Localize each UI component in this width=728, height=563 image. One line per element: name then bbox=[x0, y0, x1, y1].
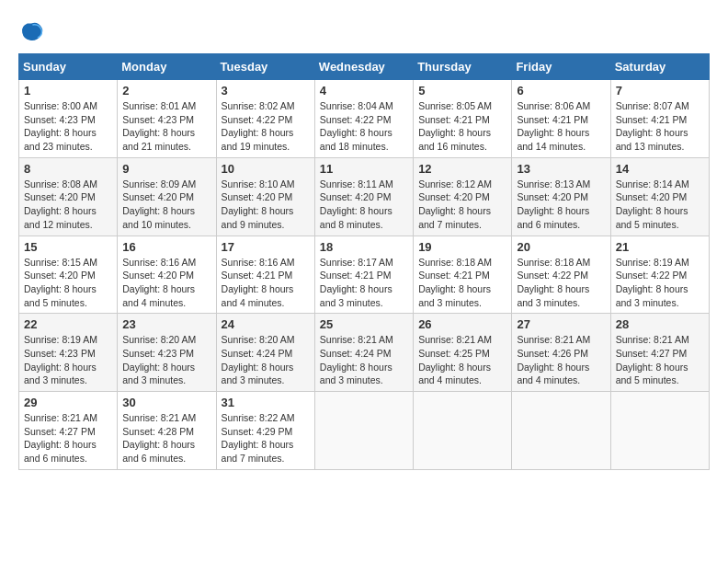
day-info: Sunrise: 8:21 AM Sunset: 4:25 PM Dayligh… bbox=[418, 333, 506, 387]
calendar-cell: 5 Sunrise: 8:05 AM Sunset: 4:21 PM Dayli… bbox=[414, 80, 512, 158]
calendar-cell: 2 Sunrise: 8:01 AM Sunset: 4:23 PM Dayli… bbox=[118, 80, 216, 158]
day-info: Sunrise: 8:18 AM Sunset: 4:22 PM Dayligh… bbox=[517, 256, 605, 310]
calendar-week-row: 15 Sunrise: 8:15 AM Sunset: 4:20 PM Dayl… bbox=[19, 236, 710, 314]
calendar-cell: 18 Sunrise: 8:17 AM Sunset: 4:21 PM Dayl… bbox=[314, 236, 413, 314]
day-number: 11 bbox=[320, 162, 408, 176]
day-info: Sunrise: 8:13 AM Sunset: 4:20 PM Dayligh… bbox=[517, 178, 605, 232]
day-info: Sunrise: 8:21 AM Sunset: 4:27 PM Dayligh… bbox=[24, 411, 112, 465]
logo-icon bbox=[18, 18, 44, 44]
calendar-cell: 27 Sunrise: 8:21 AM Sunset: 4:26 PM Dayl… bbox=[512, 314, 610, 392]
day-info: Sunrise: 8:18 AM Sunset: 4:21 PM Dayligh… bbox=[418, 256, 506, 310]
day-info: Sunrise: 8:05 AM Sunset: 4:21 PM Dayligh… bbox=[418, 99, 506, 154]
calendar-cell: 3 Sunrise: 8:02 AM Sunset: 4:22 PM Dayli… bbox=[216, 80, 314, 158]
header-monday: Monday bbox=[118, 54, 216, 80]
header-thursday: Thursday bbox=[414, 54, 512, 80]
calendar-cell bbox=[414, 392, 512, 470]
header-saturday: Saturday bbox=[610, 54, 709, 80]
calendar-week-row: 29 Sunrise: 8:21 AM Sunset: 4:27 PM Dayl… bbox=[19, 392, 710, 470]
day-number: 12 bbox=[418, 162, 506, 176]
day-number: 27 bbox=[517, 317, 605, 331]
day-number: 22 bbox=[24, 317, 112, 331]
day-number: 13 bbox=[517, 162, 605, 176]
day-number: 29 bbox=[24, 396, 112, 409]
day-info: Sunrise: 8:10 AM Sunset: 4:20 PM Dayligh… bbox=[222, 178, 310, 232]
day-info: Sunrise: 8:06 AM Sunset: 4:21 PM Dayligh… bbox=[517, 99, 605, 154]
calendar-cell: 4 Sunrise: 8:04 AM Sunset: 4:22 PM Dayli… bbox=[314, 80, 413, 158]
calendar-cell bbox=[512, 392, 610, 470]
day-info: Sunrise: 8:22 AM Sunset: 4:29 PM Dayligh… bbox=[222, 411, 310, 465]
calendar-cell: 16 Sunrise: 8:16 AM Sunset: 4:20 PM Dayl… bbox=[118, 236, 216, 314]
calendar-cell: 21 Sunrise: 8:19 AM Sunset: 4:22 PM Dayl… bbox=[610, 236, 709, 314]
calendar-cell: 1 Sunrise: 8:00 AM Sunset: 4:23 PM Dayli… bbox=[19, 80, 118, 158]
day-info: Sunrise: 8:02 AM Sunset: 4:22 PM Dayligh… bbox=[222, 99, 310, 154]
calendar-cell: 17 Sunrise: 8:16 AM Sunset: 4:21 PM Dayl… bbox=[216, 236, 314, 314]
calendar-cell: 20 Sunrise: 8:18 AM Sunset: 4:22 PM Dayl… bbox=[512, 236, 610, 314]
calendar-cell: 11 Sunrise: 8:11 AM Sunset: 4:20 PM Dayl… bbox=[314, 157, 413, 236]
day-number: 17 bbox=[222, 240, 310, 254]
header-friday: Friday bbox=[512, 54, 610, 80]
page-header bbox=[18, 18, 710, 44]
calendar-cell: 15 Sunrise: 8:15 AM Sunset: 4:20 PM Dayl… bbox=[19, 236, 118, 314]
calendar-cell: 19 Sunrise: 8:18 AM Sunset: 4:21 PM Dayl… bbox=[414, 236, 512, 314]
calendar-cell: 30 Sunrise: 8:21 AM Sunset: 4:28 PM Dayl… bbox=[118, 392, 216, 470]
calendar-week-row: 1 Sunrise: 8:00 AM Sunset: 4:23 PM Dayli… bbox=[19, 80, 710, 158]
day-info: Sunrise: 8:21 AM Sunset: 4:26 PM Dayligh… bbox=[517, 333, 605, 387]
calendar-cell: 6 Sunrise: 8:06 AM Sunset: 4:21 PM Dayli… bbox=[512, 80, 610, 158]
day-info: Sunrise: 8:00 AM Sunset: 4:23 PM Dayligh… bbox=[24, 99, 112, 154]
day-info: Sunrise: 8:09 AM Sunset: 4:20 PM Dayligh… bbox=[122, 178, 210, 232]
header-tuesday: Tuesday bbox=[216, 54, 314, 80]
calendar-week-row: 22 Sunrise: 8:19 AM Sunset: 4:23 PM Dayl… bbox=[19, 314, 710, 392]
day-info: Sunrise: 8:16 AM Sunset: 4:21 PM Dayligh… bbox=[222, 256, 310, 310]
calendar-cell: 23 Sunrise: 8:20 AM Sunset: 4:23 PM Dayl… bbox=[118, 314, 216, 392]
calendar-cell: 13 Sunrise: 8:13 AM Sunset: 4:20 PM Dayl… bbox=[512, 157, 610, 236]
day-info: Sunrise: 8:11 AM Sunset: 4:20 PM Dayligh… bbox=[320, 178, 408, 232]
calendar-cell: 10 Sunrise: 8:10 AM Sunset: 4:20 PM Dayl… bbox=[216, 157, 314, 236]
day-number: 8 bbox=[24, 162, 112, 176]
day-number: 31 bbox=[222, 396, 310, 409]
day-info: Sunrise: 8:12 AM Sunset: 4:20 PM Dayligh… bbox=[418, 178, 506, 232]
day-number: 24 bbox=[222, 317, 310, 331]
day-info: Sunrise: 8:15 AM Sunset: 4:20 PM Dayligh… bbox=[24, 256, 112, 310]
day-info: Sunrise: 8:21 AM Sunset: 4:28 PM Dayligh… bbox=[122, 411, 210, 465]
logo bbox=[18, 18, 48, 44]
calendar-cell: 31 Sunrise: 8:22 AM Sunset: 4:29 PM Dayl… bbox=[216, 392, 314, 470]
calendar-cell: 24 Sunrise: 8:20 AM Sunset: 4:24 PM Dayl… bbox=[216, 314, 314, 392]
day-info: Sunrise: 8:19 AM Sunset: 4:23 PM Dayligh… bbox=[24, 333, 112, 387]
header-sunday: Sunday bbox=[19, 54, 118, 80]
day-number: 20 bbox=[517, 240, 605, 254]
day-number: 3 bbox=[222, 84, 310, 98]
day-info: Sunrise: 8:21 AM Sunset: 4:27 PM Dayligh… bbox=[616, 333, 704, 387]
day-info: Sunrise: 8:20 AM Sunset: 4:23 PM Dayligh… bbox=[122, 333, 210, 387]
day-number: 30 bbox=[122, 396, 210, 409]
calendar-cell: 29 Sunrise: 8:21 AM Sunset: 4:27 PM Dayl… bbox=[19, 392, 118, 470]
calendar-cell: 12 Sunrise: 8:12 AM Sunset: 4:20 PM Dayl… bbox=[414, 157, 512, 236]
day-number: 19 bbox=[418, 240, 506, 254]
day-number: 14 bbox=[616, 162, 704, 176]
calendar-week-row: 8 Sunrise: 8:08 AM Sunset: 4:20 PM Dayli… bbox=[19, 157, 710, 236]
calendar-table: SundayMondayTuesdayWednesdayThursdayFrid… bbox=[18, 53, 710, 470]
calendar-cell: 22 Sunrise: 8:19 AM Sunset: 4:23 PM Dayl… bbox=[19, 314, 118, 392]
day-number: 5 bbox=[418, 84, 506, 98]
calendar-cell: 7 Sunrise: 8:07 AM Sunset: 4:21 PM Dayli… bbox=[610, 80, 709, 158]
day-number: 21 bbox=[616, 240, 704, 254]
day-info: Sunrise: 8:21 AM Sunset: 4:24 PM Dayligh… bbox=[320, 333, 408, 387]
day-number: 25 bbox=[320, 317, 408, 331]
day-number: 23 bbox=[122, 317, 210, 331]
day-number: 4 bbox=[320, 84, 408, 98]
day-info: Sunrise: 8:07 AM Sunset: 4:21 PM Dayligh… bbox=[616, 99, 704, 154]
day-info: Sunrise: 8:04 AM Sunset: 4:22 PM Dayligh… bbox=[320, 99, 408, 154]
day-number: 26 bbox=[418, 317, 506, 331]
calendar-cell: 9 Sunrise: 8:09 AM Sunset: 4:20 PM Dayli… bbox=[118, 157, 216, 236]
header-wednesday: Wednesday bbox=[314, 54, 413, 80]
calendar-cell bbox=[314, 392, 413, 470]
day-number: 15 bbox=[24, 240, 112, 254]
calendar-cell: 25 Sunrise: 8:21 AM Sunset: 4:24 PM Dayl… bbox=[314, 314, 413, 392]
day-info: Sunrise: 8:16 AM Sunset: 4:20 PM Dayligh… bbox=[122, 256, 210, 310]
day-info: Sunrise: 8:17 AM Sunset: 4:21 PM Dayligh… bbox=[320, 256, 408, 310]
calendar-cell: 28 Sunrise: 8:21 AM Sunset: 4:27 PM Dayl… bbox=[610, 314, 709, 392]
calendar-cell: 14 Sunrise: 8:14 AM Sunset: 4:20 PM Dayl… bbox=[610, 157, 709, 236]
day-number: 10 bbox=[222, 162, 310, 176]
day-info: Sunrise: 8:19 AM Sunset: 4:22 PM Dayligh… bbox=[616, 256, 704, 310]
day-number: 2 bbox=[122, 84, 210, 98]
day-number: 6 bbox=[517, 84, 605, 98]
